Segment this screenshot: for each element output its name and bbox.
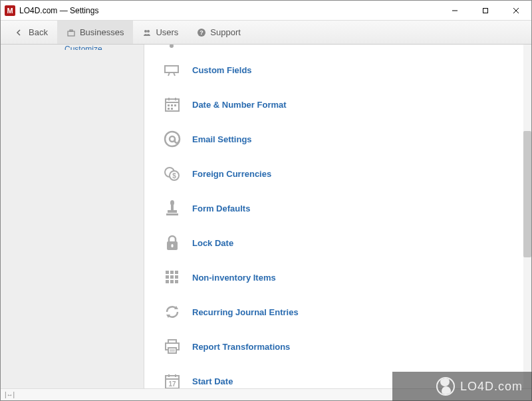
svg-rect-31 bbox=[171, 205, 174, 210]
svg-rect-38 bbox=[175, 271, 178, 274]
window-controls bbox=[440, 1, 531, 21]
watermark-text: LO4D.com bbox=[460, 380, 523, 394]
svg-rect-44 bbox=[175, 280, 178, 283]
chevron-left-icon bbox=[15, 28, 25, 37]
svg-rect-42 bbox=[166, 280, 169, 283]
svg-point-7 bbox=[147, 30, 150, 33]
svg-rect-5 bbox=[70, 30, 72, 31]
settings-label: Custom Fields bbox=[192, 65, 252, 75]
tab-users-label: Users bbox=[156, 27, 178, 37]
sidebar: Customize bbox=[1, 45, 144, 388]
settings-label: Recurring Journal Entries bbox=[192, 307, 299, 317]
settings-row-report-transformations[interactable]: Report Transformations bbox=[163, 329, 531, 364]
svg-rect-1 bbox=[483, 8, 488, 13]
users-icon bbox=[142, 28, 152, 37]
watermark-logo-icon bbox=[436, 377, 455, 396]
svg-rect-40 bbox=[170, 275, 174, 279]
settings-row-email-settings[interactable]: Email Settings bbox=[163, 122, 531, 156]
app-icon: M bbox=[5, 5, 15, 16]
lock-icon bbox=[163, 233, 182, 252]
svg-rect-35 bbox=[172, 244, 174, 247]
settings-label: Lock Date bbox=[192, 238, 233, 248]
close-button[interactable] bbox=[501, 1, 531, 21]
tab-support-label: Support bbox=[210, 27, 241, 37]
svg-point-25 bbox=[165, 132, 180, 146]
help-icon: ? bbox=[197, 28, 206, 37]
scroll-thumb[interactable] bbox=[523, 131, 531, 257]
settings-label: Report Transformations bbox=[192, 342, 290, 352]
refresh-icon bbox=[163, 303, 182, 321]
svg-point-12 bbox=[170, 45, 174, 48]
grid-icon bbox=[163, 268, 182, 287]
svg-rect-32 bbox=[168, 210, 177, 213]
back-button[interactable]: Back bbox=[6, 21, 57, 44]
main-panel: Custom Fields Date & Number Format Email… bbox=[144, 45, 531, 388]
settings-row-form-defaults[interactable]: Form Defaults bbox=[163, 191, 531, 225]
settings-label: Non-inventory Items bbox=[192, 273, 276, 283]
toolbar: Back Businesses Users ? Support bbox=[1, 21, 531, 45]
sidebar-item-customize[interactable]: Customize bbox=[1, 45, 144, 50]
svg-rect-37 bbox=[170, 271, 174, 274]
svg-rect-21 bbox=[171, 104, 173, 106]
calendar-17-icon: 17 bbox=[163, 372, 182, 388]
titlebar: M LO4D.com — Settings bbox=[1, 1, 531, 21]
settings-row-custom-fields[interactable]: Custom Fields bbox=[163, 53, 531, 87]
settings-label: Start Date bbox=[192, 376, 233, 386]
svg-rect-33 bbox=[166, 213, 178, 215]
svg-rect-4 bbox=[68, 31, 74, 36]
settings-label: Foreign Currencies bbox=[192, 169, 271, 179]
settings-row-foreign-currencies[interactable]: $ Foreign Currencies bbox=[163, 156, 531, 191]
calendar-icon bbox=[163, 95, 182, 114]
svg-text:?: ? bbox=[200, 29, 204, 36]
app-window: M LO4D.com — Settings Back Businesses bbox=[0, 0, 532, 401]
settings-row-non-inventory-items[interactable]: Non-inventory Items bbox=[163, 260, 531, 295]
briefcase-icon bbox=[66, 28, 76, 37]
settings-list: Custom Fields Date & Number Format Email… bbox=[144, 45, 531, 388]
tab-businesses[interactable]: Businesses bbox=[57, 21, 133, 44]
settings-label: Email Settings bbox=[192, 134, 252, 144]
tab-businesses-label: Businesses bbox=[80, 27, 124, 37]
svg-rect-23 bbox=[168, 108, 170, 110]
stamp-icon bbox=[163, 199, 182, 217]
coins-icon: $ bbox=[163, 164, 182, 183]
svg-rect-36 bbox=[166, 271, 169, 274]
watermark: LO4D.com bbox=[392, 372, 532, 401]
resize-handle-icon[interactable]: |↔| bbox=[5, 391, 15, 398]
at-sign-icon bbox=[163, 130, 182, 148]
svg-rect-49 bbox=[168, 348, 176, 353]
body: Customize Custom Fields bbox=[1, 45, 531, 388]
svg-point-30 bbox=[170, 200, 174, 205]
window-title: LO4D.com — Settings bbox=[19, 6, 98, 15]
svg-rect-24 bbox=[171, 108, 173, 110]
svg-rect-20 bbox=[168, 104, 170, 106]
svg-text:$: $ bbox=[172, 172, 176, 180]
settings-row-date-number-format[interactable]: Date & Number Format bbox=[163, 87, 531, 122]
settings-row-recurring-journal-entries[interactable]: Recurring Journal Entries bbox=[163, 295, 531, 329]
svg-text:17: 17 bbox=[168, 380, 176, 388]
maximize-button[interactable] bbox=[470, 1, 501, 21]
svg-point-6 bbox=[144, 30, 147, 33]
back-label: Back bbox=[29, 27, 48, 37]
svg-rect-41 bbox=[175, 275, 178, 279]
svg-rect-43 bbox=[170, 280, 174, 283]
svg-rect-39 bbox=[166, 275, 169, 279]
settings-label: Date & Number Format bbox=[192, 100, 287, 110]
svg-rect-22 bbox=[174, 104, 176, 106]
minimize-button[interactable] bbox=[440, 1, 470, 21]
printer-icon bbox=[163, 337, 182, 356]
tab-users[interactable]: Users bbox=[133, 21, 188, 44]
svg-rect-13 bbox=[165, 66, 178, 72]
hierarchy-icon bbox=[163, 45, 182, 50]
settings-row-lock-date[interactable]: Lock Date bbox=[163, 225, 531, 260]
settings-row-partial-top[interactable] bbox=[163, 45, 531, 53]
tab-support[interactable]: ? Support bbox=[188, 21, 250, 44]
settings-label: Form Defaults bbox=[192, 203, 250, 213]
projector-icon bbox=[163, 61, 182, 79]
